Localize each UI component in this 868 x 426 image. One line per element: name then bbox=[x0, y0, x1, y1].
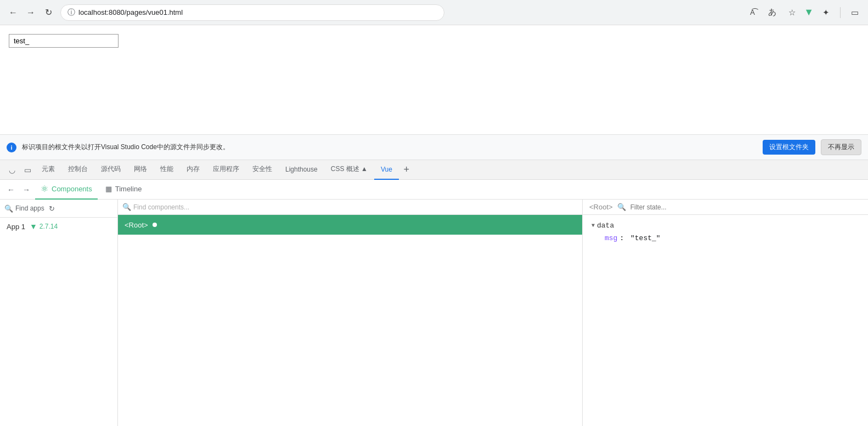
split-view-icon[interactable]: ▭ bbox=[847, 5, 863, 20]
state-section-data: ▼ data bbox=[591, 221, 859, 230]
device-toolbar-icon[interactable]: ▭ bbox=[20, 162, 35, 178]
vue-content: 🔍 Find apps ↻ App 1 ▼ 2.7.14 🔍 Find comp… bbox=[0, 200, 868, 426]
inspect-element-icon[interactable]: ◡ bbox=[4, 162, 20, 178]
app-item[interactable]: App 1 ▼ 2.7.14 bbox=[0, 218, 117, 235]
dont-show-again-button[interactable]: 不再显示 bbox=[821, 139, 861, 155]
find-apps-text[interactable]: Find apps bbox=[15, 205, 44, 212]
info-message: 标识项目的根文件夹以打开Visual Studio Code中的源文件并同步更改… bbox=[22, 143, 757, 152]
state-row-msg: msg : "test_" bbox=[591, 234, 859, 242]
info-circle-icon: i bbox=[7, 143, 16, 152]
collapse-triangle[interactable]: ▼ bbox=[591, 223, 595, 229]
root-component-label: <Root> bbox=[125, 221, 148, 229]
right-panel: <Root> 🔍 ▼ data msg : "test_" bbox=[583, 200, 868, 426]
page-area bbox=[0, 25, 868, 135]
middle-panel: 🔍 Find components... <Root> bbox=[118, 200, 583, 426]
find-apps-bar: 🔍 Find apps ↻ bbox=[0, 200, 117, 218]
filter-search-icon: 🔍 bbox=[617, 203, 626, 211]
root-component-item[interactable]: <Root> bbox=[118, 215, 582, 235]
set-root-folder-button[interactable]: 设置根文件夹 bbox=[763, 140, 815, 155]
nav-buttons: ← → ↻ bbox=[5, 5, 56, 20]
search-icon-mid: 🔍 bbox=[122, 203, 131, 211]
vue-logo-small-icon: ▼ bbox=[30, 222, 37, 231]
tab-css-overview[interactable]: CSS 概述 ▲ bbox=[324, 160, 374, 180]
tab-application[interactable]: 应用程序 bbox=[206, 160, 246, 180]
refresh-apps-button[interactable]: ↻ bbox=[47, 203, 58, 214]
divider bbox=[840, 7, 841, 18]
translate-icon[interactable]: A͡ bbox=[745, 5, 760, 20]
state-colon: : bbox=[619, 234, 628, 242]
reading-mode-icon[interactable]: あ bbox=[764, 5, 780, 20]
component-dot bbox=[153, 223, 157, 227]
tab-network[interactable]: 网络 bbox=[127, 160, 154, 180]
find-components-bar: 🔍 Find components... bbox=[118, 200, 582, 215]
state-key: msg bbox=[605, 234, 617, 242]
right-header: <Root> 🔍 bbox=[583, 200, 868, 215]
browser-actions: A͡ あ ☆ ▼ ✦ ▭ bbox=[745, 5, 863, 20]
tab-console[interactable]: 控制台 bbox=[61, 160, 94, 180]
timeline-icon: ▦ bbox=[105, 185, 112, 193]
vue-logo-icon: ▼ bbox=[804, 7, 814, 18]
tab-sources[interactable]: 源代码 bbox=[94, 160, 127, 180]
extensions-icon[interactable]: ✦ bbox=[818, 5, 833, 20]
forward-button[interactable]: → bbox=[23, 5, 38, 20]
address-bar[interactable]: ⓘ localhost:8080/pages/vue01.html bbox=[60, 4, 444, 21]
url-display: localhost:8080/pages/vue01.html bbox=[78, 8, 437, 16]
subtab-components[interactable]: ⚛ Components bbox=[35, 180, 98, 200]
info-icon: ⓘ bbox=[67, 8, 75, 18]
search-icon: 🔍 bbox=[4, 205, 13, 213]
vue-subtabs: ← → ⚛ Components ▦ Timeline bbox=[0, 180, 868, 200]
tab-memory[interactable]: 内存 bbox=[180, 160, 206, 180]
tab-performance[interactable]: 性能 bbox=[154, 160, 180, 180]
find-components-placeholder[interactable]: Find components... bbox=[133, 203, 189, 211]
add-tab-button[interactable]: + bbox=[399, 162, 414, 178]
tab-elements[interactable]: 元素 bbox=[35, 160, 61, 180]
tab-vue[interactable]: Vue bbox=[374, 160, 399, 180]
left-panel: 🔍 Find apps ↻ App 1 ▼ 2.7.14 bbox=[0, 200, 118, 426]
tab-lighthouse[interactable]: Lighthouse bbox=[279, 160, 324, 180]
info-bar: i 标识项目的根文件夹以打开Visual Studio Code中的源文件并同步… bbox=[0, 135, 868, 160]
vue-back-button[interactable]: ← bbox=[4, 183, 18, 196]
right-root-label: <Root> bbox=[589, 203, 613, 211]
browser-chrome: ← → ↻ ⓘ localhost:8080/pages/vue01.html … bbox=[0, 0, 868, 25]
app-version: ▼ 2.7.14 bbox=[30, 222, 58, 231]
vue-forward-button[interactable]: → bbox=[20, 183, 33, 196]
tab-security[interactable]: 安全性 bbox=[246, 160, 279, 180]
components-icon: ⚛ bbox=[41, 184, 48, 194]
state-value: "test_" bbox=[630, 234, 661, 242]
refresh-button[interactable]: ↻ bbox=[41, 5, 56, 20]
subtab-timeline[interactable]: ▦ Timeline bbox=[100, 180, 148, 200]
filter-state-input[interactable] bbox=[630, 203, 861, 211]
app-label: App 1 bbox=[7, 223, 25, 231]
back-button[interactable]: ← bbox=[5, 5, 21, 20]
page-input[interactable] bbox=[9, 34, 119, 48]
vue-panel: ← → ⚛ Components ▦ Timeline 🔍 Find apps … bbox=[0, 180, 868, 426]
favorites-icon[interactable]: ☆ bbox=[784, 5, 799, 20]
state-content: ▼ data msg : "test_" bbox=[583, 215, 868, 249]
devtools-tabs: ◡ ▭ 元素 控制台 源代码 网络 性能 内存 应用程序 安全性 Lightho… bbox=[0, 160, 868, 180]
section-label: data bbox=[597, 221, 614, 230]
